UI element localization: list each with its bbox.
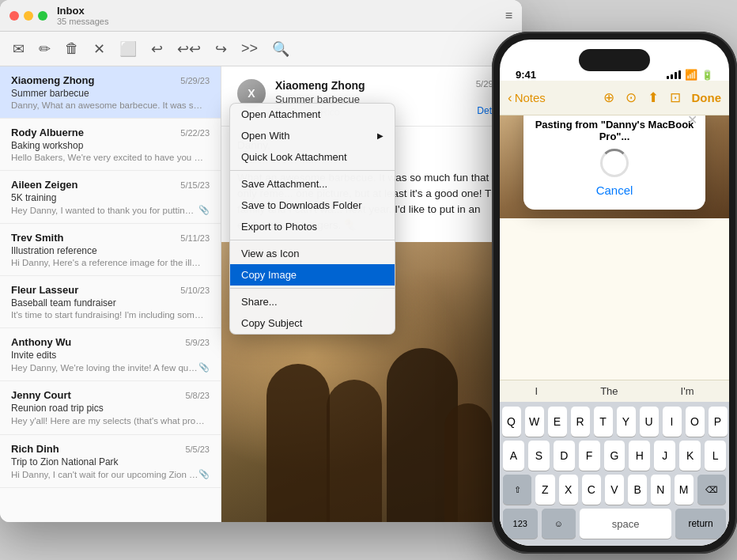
delete-icon[interactable]: ✕ [93, 40, 105, 58]
keyboard: Q W E R T Y U I O P A S [500, 402, 729, 546]
context-open-attachment[interactable]: Open Attachment [230, 104, 395, 125]
context-divider-3 [230, 288, 395, 289]
fullscreen-button[interactable] [38, 11, 47, 21]
share-icon[interactable]: ⬆ [648, 89, 659, 106]
paste-close-icon[interactable]: ✕ [687, 115, 697, 127]
key-c[interactable]: C [582, 475, 601, 505]
shift-key[interactable]: ⇧ [503, 475, 531, 505]
backspace-key[interactable]: ⌫ [697, 475, 726, 505]
subject-0: Summer barbecue [11, 88, 210, 99]
context-copy-subject[interactable]: Copy Subject [230, 312, 395, 334]
return-key[interactable]: return [675, 509, 726, 539]
camera-icon[interactable]: ⊙ [626, 89, 637, 106]
sender-1: Rody Albuerne [11, 127, 84, 138]
key-p[interactable]: P [709, 407, 728, 437]
context-export-photos[interactable]: Export to Photos [230, 216, 395, 237]
mail-sidebar: Xiaomeng Zhong 5/29/23 Summer barbecue D… [0, 66, 221, 522]
date-7: 5/5/23 [185, 445, 210, 454]
traffic-lights [9, 11, 47, 21]
notes-done-button[interactable]: Done [692, 91, 722, 104]
new-message-icon[interactable]: ✉ [13, 40, 25, 58]
emoji-key[interactable]: ☺ [542, 509, 576, 539]
mail-item-3[interactable]: Trev Smith 5/11/23 Illustration referenc… [0, 224, 221, 276]
minimize-button[interactable] [24, 11, 33, 21]
key-r[interactable]: R [571, 407, 590, 437]
iphone-screen: 9:41 📶 🔋 ‹ [500, 40, 729, 546]
key-a[interactable]: A [503, 441, 524, 471]
key-g[interactable]: G [604, 441, 626, 471]
inbox-label: Inbox [57, 5, 505, 17]
key-n[interactable]: N [651, 475, 670, 505]
iphone: 9:41 📶 🔋 ‹ [492, 32, 737, 554]
notes-app: ‹ Notes ⊕ ⊙ ⬆ ⊡ Done [500, 81, 729, 546]
preview-7: Hi Danny, I can't wait for our upcoming … [11, 470, 198, 479]
close-button[interactable] [9, 11, 19, 21]
mail-item-1[interactable]: Rody Albuerne 5/22/23 Baking workshop He… [0, 119, 221, 171]
key-y[interactable]: Y [617, 407, 636, 437]
autocomplete-word-2[interactable]: I'm [681, 385, 694, 397]
title-bar: Inbox 35 messages ≡ [0, 0, 522, 32]
checklist-icon[interactable]: ⊕ [603, 89, 614, 106]
keyboard-row-4: 123 ☺ space return [503, 509, 726, 539]
key-i[interactable]: I [663, 407, 682, 437]
key-m[interactable]: M [675, 475, 694, 505]
forward-icon[interactable]: ↪ [215, 40, 227, 58]
space-key[interactable]: space [580, 509, 671, 539]
search-icon[interactable]: 🔍 [272, 40, 289, 58]
filter-button[interactable]: ≡ [505, 9, 512, 23]
trash-icon[interactable]: 🗑 [65, 40, 79, 57]
key-z[interactable]: Z [535, 475, 554, 505]
key-q[interactable]: Q [502, 407, 521, 437]
archive-icon[interactable]: ⬜ [119, 40, 137, 58]
key-j[interactable]: J [654, 441, 675, 471]
paste-spinner [600, 149, 629, 177]
mail-item-2[interactable]: Aileen Zeigen 5/15/23 5K training Hey Da… [0, 171, 221, 224]
detail-sender: Xiaomeng Zhong [275, 79, 467, 92]
reply-all-icon[interactable]: ↩↩ [177, 40, 201, 58]
notes-back-button[interactable]: ‹ Notes [508, 90, 546, 106]
autocomplete-word-1[interactable]: The [600, 385, 618, 397]
key-f[interactable]: F [579, 441, 600, 471]
context-share[interactable]: Share... [230, 291, 395, 312]
key-v[interactable]: V [605, 475, 624, 505]
numbers-key[interactable]: 123 [503, 509, 538, 539]
context-quick-look[interactable]: Quick Look Attachment [230, 146, 395, 168]
context-view-icon[interactable]: View as Icon [230, 243, 395, 264]
date-1: 5/22/23 [180, 128, 210, 138]
preview-2: Hey Danny, I wanted to thank you for put… [11, 206, 198, 215]
mail-item-5[interactable]: Anthony Wu 5/9/23 Invite edits Hey Danny… [0, 328, 221, 381]
preview-3: Hi Danny, Here's a reference image for t… [11, 258, 205, 267]
key-o[interactable]: O [686, 407, 705, 437]
key-l[interactable]: L [705, 441, 726, 471]
key-h[interactable]: H [629, 441, 650, 471]
key-b[interactable]: B [628, 475, 647, 505]
mail-item-0[interactable]: Xiaomeng Zhong 5/29/23 Summer barbecue D… [0, 66, 221, 119]
more-icon[interactable]: >> [241, 40, 258, 57]
sender-7: Rich Dinh [11, 443, 59, 455]
key-s[interactable]: S [528, 441, 550, 471]
reply-icon[interactable]: ↩ [151, 40, 163, 58]
preview-6: Hey y'all! Here are my selects (that's w… [11, 415, 205, 426]
mail-item-7[interactable]: Rich Dinh 5/5/23 Trip to Zion National P… [0, 435, 221, 488]
key-u[interactable]: U [640, 407, 659, 437]
mail-item-6[interactable]: Jenny Court 5/8/23 Reunion road trip pic… [0, 381, 221, 435]
key-e[interactable]: E [548, 407, 567, 437]
context-open-with[interactable]: Open With ▶ [230, 125, 395, 146]
attachment-icon-5: 📎 [198, 362, 210, 373]
paste-cancel-button[interactable]: Cancel [535, 184, 694, 197]
autocomplete-word-0[interactable]: I [535, 385, 539, 397]
attachment-icon-2: 📎 [198, 205, 210, 215]
key-d[interactable]: D [554, 441, 575, 471]
context-copy-image[interactable]: Copy Image [230, 264, 395, 286]
subject-5: Invite edits [11, 350, 210, 361]
key-t[interactable]: T [594, 407, 613, 437]
context-save-downloads[interactable]: Save to Downloads Folder [230, 195, 395, 216]
compose-icon[interactable]: ✏ [39, 40, 51, 58]
date-5: 5/9/23 [185, 338, 210, 347]
context-save-attachment[interactable]: Save Attachment... [230, 173, 395, 195]
key-k[interactable]: K [679, 441, 701, 471]
more-options-icon[interactable]: ⊡ [670, 89, 681, 106]
key-x[interactable]: X [559, 475, 578, 505]
key-w[interactable]: W [525, 407, 544, 437]
mail-item-4[interactable]: Fleur Lasseur 5/10/23 Baseball team fund… [0, 276, 221, 328]
